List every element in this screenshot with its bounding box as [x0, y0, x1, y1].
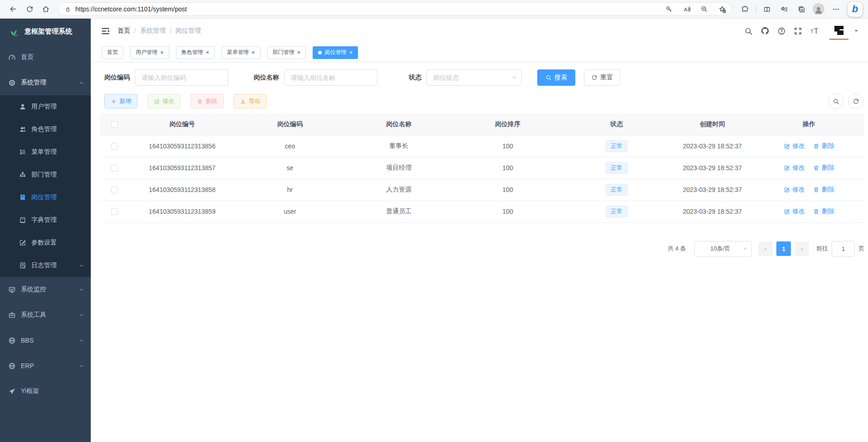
- menu-label: 字典管理: [31, 216, 57, 224]
- help-button[interactable]: [777, 27, 786, 35]
- read-aloud-icon[interactable]: [680, 3, 693, 15]
- show-search-button[interactable]: [828, 93, 843, 109]
- delete-link-label: 删除: [822, 186, 834, 194]
- password-key-icon[interactable]: [662, 3, 676, 15]
- browser-home-button[interactable]: [38, 2, 54, 16]
- search-button[interactable]: 搜索: [537, 69, 575, 86]
- add-button[interactable]: 新增: [104, 94, 137, 108]
- row-checkbox[interactable]: [111, 208, 118, 215]
- row-checkbox[interactable]: [111, 165, 118, 172]
- yi-logo-icon: [832, 24, 846, 37]
- table-row[interactable]: 1641030593112313857 se 项目经理 100 正常 2023-…: [100, 157, 864, 179]
- tab-users[interactable]: 用户管理×: [130, 46, 169, 59]
- breadcrumb-separator: /: [134, 27, 136, 34]
- tab-menus[interactable]: 菜单管理×: [221, 46, 260, 59]
- select-all-checkbox[interactable]: [111, 121, 118, 128]
- reset-button[interactable]: 重置: [584, 69, 620, 86]
- sidebar-item-roles[interactable]: 角色管理: [0, 118, 91, 141]
- add-favorite-icon[interactable]: [715, 3, 729, 15]
- edit-button-disabled[interactable]: 修改: [147, 94, 181, 108]
- sidebar-item-home[interactable]: 首页: [0, 44, 91, 70]
- post-name-input[interactable]: [284, 69, 378, 86]
- zoom-out-icon[interactable]: [697, 3, 711, 15]
- font-size-button[interactable]: [810, 26, 819, 35]
- tab-posts-active[interactable]: 岗位管理×: [313, 46, 358, 59]
- favorites-button[interactable]: [777, 2, 791, 16]
- status-select[interactable]: [427, 69, 522, 86]
- tab-home[interactable]: 首页: [102, 46, 123, 59]
- sidebar-item-monitor[interactable]: 系统监控: [0, 277, 91, 302]
- profile-button[interactable]: [811, 2, 826, 16]
- close-icon[interactable]: ×: [349, 49, 353, 55]
- page-1-button[interactable]: 1: [776, 241, 791, 256]
- status-label: 状态: [409, 74, 422, 82]
- prev-page-button[interactable]: ‹: [758, 241, 773, 256]
- github-link[interactable]: [760, 26, 770, 35]
- fullscreen-button[interactable]: [794, 27, 802, 35]
- page-size-value[interactable]: [694, 241, 752, 257]
- status-select-input[interactable]: [427, 69, 522, 86]
- table-row[interactable]: 1641030593112313856 ceo 董事长 100 正常 2023-…: [100, 135, 864, 157]
- collections-button[interactable]: [794, 2, 809, 16]
- sidebar-item-users[interactable]: 用户管理: [0, 95, 91, 118]
- split-screen-icon: [763, 5, 771, 13]
- row-edit-link[interactable]: 修改: [784, 186, 805, 194]
- row-edit-link[interactable]: 修改: [784, 142, 805, 150]
- user-menu-caret[interactable]: [853, 28, 859, 34]
- refresh-table-button[interactable]: [848, 93, 863, 109]
- edit-button-label: 修改: [162, 97, 174, 105]
- sidebar-item-posts[interactable]: 岗位管理: [0, 186, 91, 209]
- close-icon[interactable]: ×: [160, 49, 164, 55]
- sidebar-item-dict[interactable]: 字典管理: [0, 209, 91, 231]
- export-button[interactable]: 导出: [234, 94, 267, 108]
- tab-label: 部门管理: [273, 49, 294, 56]
- row-delete-link[interactable]: 删除: [813, 142, 834, 150]
- bing-chat-button[interactable]: b: [848, 2, 863, 17]
- header-search-button[interactable]: [744, 27, 753, 35]
- sidebar-item-tools[interactable]: 系统工具: [0, 302, 91, 328]
- delete-button-disabled[interactable]: 删除: [191, 94, 224, 108]
- globe-icon: [8, 337, 16, 344]
- sidebar-item-erp[interactable]: ERP: [0, 353, 91, 378]
- close-icon[interactable]: ×: [206, 49, 210, 55]
- collapse-sidebar-button[interactable]: [101, 26, 110, 36]
- sidebar-item-system[interactable]: 系统管理: [0, 70, 91, 95]
- row-edit-link[interactable]: 修改: [784, 207, 805, 216]
- extensions-button[interactable]: [737, 2, 752, 16]
- sidebar-item-yiframe[interactable]: Yi框架: [0, 378, 91, 404]
- row-delete-link[interactable]: 删除: [813, 186, 834, 194]
- sidebar-item-params[interactable]: 参数设置: [0, 231, 91, 254]
- table-row[interactable]: 1641030593112313859 user 普通员工 100 正常 202…: [100, 201, 864, 222]
- cell-post-code: hr: [235, 179, 344, 201]
- row-checkbox[interactable]: [111, 187, 118, 193]
- split-screen-button[interactable]: [760, 2, 774, 16]
- address-bar[interactable]: https://ccnetcore.com:1101/system/post: [58, 2, 732, 16]
- browser-back-button[interactable]: [5, 2, 21, 16]
- close-icon[interactable]: ×: [297, 49, 301, 55]
- user-avatar[interactable]: [829, 22, 848, 40]
- row-checkbox[interactable]: [111, 143, 118, 150]
- breadcrumb-separator: /: [170, 27, 172, 34]
- post-code-input[interactable]: [135, 69, 228, 86]
- sidebar-item-bbs[interactable]: BBS: [0, 328, 91, 353]
- row-edit-link[interactable]: 修改: [784, 164, 805, 172]
- next-page-button[interactable]: ›: [794, 241, 809, 256]
- tab-roles[interactable]: 角色管理×: [176, 46, 215, 59]
- breadcrumb-system[interactable]: 系统管理: [140, 27, 166, 35]
- row-delete-link[interactable]: 删除: [813, 207, 834, 216]
- browser-reload-button[interactable]: [22, 2, 37, 16]
- row-delete-link[interactable]: 删除: [813, 164, 834, 172]
- search-icon: [833, 98, 839, 105]
- page-size-select[interactable]: [694, 241, 752, 257]
- breadcrumb-home[interactable]: 首页: [118, 27, 130, 35]
- sidebar-item-menus[interactable]: 菜单管理: [0, 141, 91, 163]
- close-icon[interactable]: ×: [251, 49, 255, 55]
- table-row[interactable]: 1641030593112313858 hr 人力资源 100 正常 2023-…: [100, 179, 864, 201]
- sidebar-item-logs[interactable]: 日志管理: [0, 254, 91, 277]
- browser-menu-button[interactable]: [829, 2, 843, 16]
- leaf-logo-icon: [8, 26, 20, 38]
- sidebar-item-depts[interactable]: 部门管理: [0, 163, 91, 186]
- tab-depts[interactable]: 部门管理×: [267, 46, 306, 59]
- plus-icon: [111, 98, 117, 104]
- goto-page-input[interactable]: [832, 241, 855, 257]
